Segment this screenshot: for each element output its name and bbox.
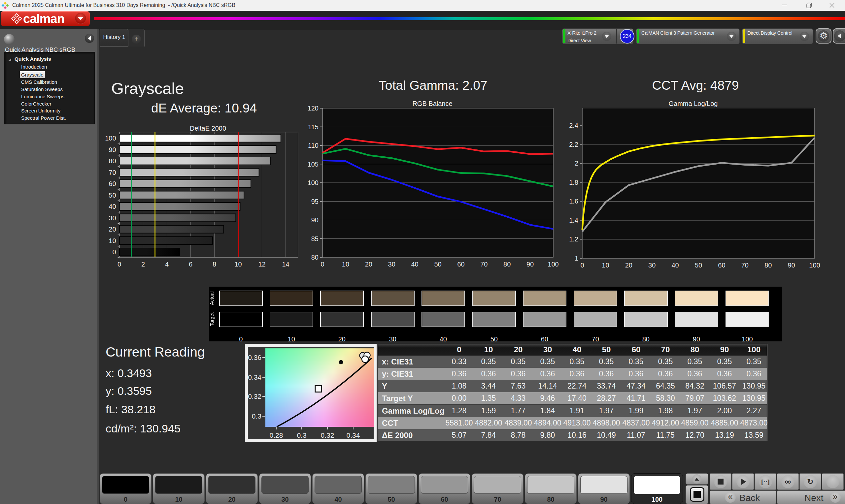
svg-text:40: 40 bbox=[109, 203, 116, 210]
svg-text:105: 105 bbox=[307, 161, 318, 168]
svg-text:1: 1 bbox=[575, 255, 578, 262]
svg-text:90: 90 bbox=[109, 146, 116, 154]
svg-text:60: 60 bbox=[718, 262, 725, 269]
svg-text:40: 40 bbox=[671, 262, 679, 269]
svg-text:2.4: 2.4 bbox=[569, 122, 578, 129]
svg-text:0.36: 0.36 bbox=[248, 354, 261, 361]
svg-text:115: 115 bbox=[308, 123, 318, 131]
svg-text:95: 95 bbox=[311, 198, 318, 205]
svg-text:50: 50 bbox=[695, 262, 702, 269]
svg-text:90: 90 bbox=[311, 216, 318, 223]
svg-text:70: 70 bbox=[109, 169, 116, 176]
svg-text:10: 10 bbox=[234, 260, 242, 268]
svg-text:2.2: 2.2 bbox=[569, 141, 578, 148]
svg-text:0: 0 bbox=[580, 262, 584, 269]
svg-text:10: 10 bbox=[342, 260, 349, 268]
svg-text:100: 100 bbox=[809, 262, 820, 269]
svg-text:80: 80 bbox=[764, 262, 772, 269]
svg-text:70: 70 bbox=[741, 262, 749, 269]
svg-text:100: 100 bbox=[307, 179, 318, 186]
svg-text:20: 20 bbox=[625, 262, 632, 269]
svg-text:70: 70 bbox=[480, 260, 488, 268]
svg-text:0: 0 bbox=[320, 260, 324, 268]
svg-text:30: 30 bbox=[648, 262, 655, 269]
svg-text:2: 2 bbox=[141, 260, 145, 268]
svg-text:0.34: 0.34 bbox=[347, 431, 360, 439]
svg-text:0.32: 0.32 bbox=[321, 431, 334, 439]
svg-text:6: 6 bbox=[189, 260, 192, 268]
svg-text:8: 8 bbox=[213, 260, 216, 268]
svg-text:0.34: 0.34 bbox=[248, 373, 261, 381]
svg-text:90: 90 bbox=[788, 262, 795, 269]
svg-text:110: 110 bbox=[308, 142, 318, 149]
svg-text:1.8: 1.8 bbox=[569, 179, 578, 186]
svg-text:1.2: 1.2 bbox=[569, 235, 578, 243]
svg-text:80: 80 bbox=[109, 157, 116, 165]
svg-text:120: 120 bbox=[307, 105, 318, 112]
svg-text:1.6: 1.6 bbox=[569, 198, 578, 205]
svg-text:4: 4 bbox=[165, 260, 169, 268]
svg-text:0: 0 bbox=[112, 248, 116, 256]
svg-text:0.3: 0.3 bbox=[297, 431, 306, 439]
svg-text:60: 60 bbox=[109, 180, 116, 187]
svg-text:10: 10 bbox=[602, 262, 609, 269]
svg-text:20: 20 bbox=[109, 226, 116, 233]
svg-text:30: 30 bbox=[109, 214, 116, 222]
svg-text:1.4: 1.4 bbox=[569, 217, 578, 224]
svg-text:80: 80 bbox=[311, 254, 318, 261]
svg-text:20: 20 bbox=[365, 260, 372, 268]
svg-text:14: 14 bbox=[282, 260, 289, 268]
svg-text:40: 40 bbox=[411, 260, 418, 268]
svg-text:100: 100 bbox=[105, 134, 116, 142]
svg-text:10: 10 bbox=[109, 237, 116, 245]
svg-text:0.28: 0.28 bbox=[270, 431, 283, 439]
svg-text:85: 85 bbox=[311, 235, 318, 242]
svg-text:30: 30 bbox=[388, 260, 395, 268]
svg-text:90: 90 bbox=[527, 260, 534, 268]
svg-text:50: 50 bbox=[434, 260, 441, 268]
svg-text:2: 2 bbox=[575, 160, 578, 167]
svg-text:0.3: 0.3 bbox=[252, 412, 261, 420]
svg-text:12: 12 bbox=[258, 260, 265, 268]
svg-text:60: 60 bbox=[457, 260, 464, 268]
svg-text:80: 80 bbox=[504, 260, 511, 268]
svg-text:50: 50 bbox=[109, 192, 116, 199]
svg-text:0: 0 bbox=[118, 260, 121, 268]
svg-text:0.32: 0.32 bbox=[248, 393, 261, 400]
svg-text:100: 100 bbox=[548, 260, 559, 268]
